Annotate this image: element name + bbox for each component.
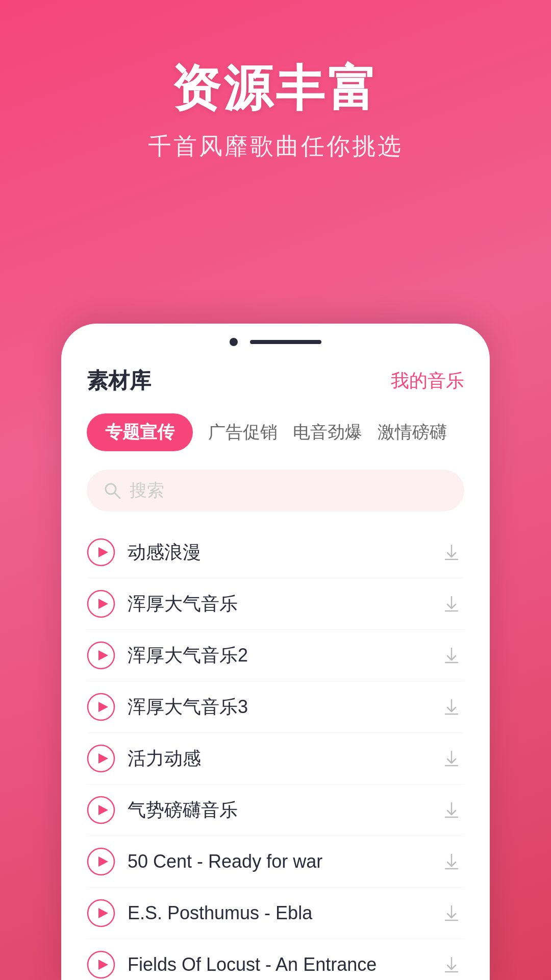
play-button[interactable] [87,950,115,979]
phone-mockup: 素材库 我的音乐 专题宣传 广告促销 电音劲爆 激情磅礴 搜索 [61,324,490,980]
svg-marker-35 [98,960,108,970]
search-icon [103,481,121,500]
app-content: 素材库 我的音乐 专题宣传 广告促销 电音劲爆 激情磅礴 搜索 [61,356,490,980]
phone-home-indicator [250,340,321,344]
list-item: 浑厚大气音乐2 [87,630,464,681]
download-button[interactable] [439,643,464,668]
svg-marker-7 [98,599,108,609]
play-button[interactable] [87,590,115,618]
search-placeholder-text: 搜索 [130,479,164,502]
song-title: 50 Cent - Ready for war [128,851,427,872]
song-title: 浑厚大气音乐2 [128,643,427,668]
song-title: 浑厚大气音乐 [128,592,427,617]
song-title: 活力动感 [128,746,427,771]
play-button[interactable] [87,538,115,567]
svg-marker-31 [98,908,108,918]
svg-marker-11 [98,650,108,660]
download-button[interactable] [439,797,464,823]
list-item: 50 Cent - Ready for war [87,836,464,888]
song-title: Fields Of Locust - An Entrance [128,954,427,975]
library-title: 素材库 [87,366,151,395]
list-item: 气势磅礴音乐 [87,785,464,836]
phone-top-bar [61,324,490,356]
phone-camera-dot [230,338,238,346]
download-button[interactable] [439,591,464,617]
search-bar[interactable]: 搜索 [87,470,464,511]
app-header: 素材库 我的音乐 [87,366,464,395]
list-item: 活力动感 [87,733,464,785]
play-button[interactable] [87,744,115,773]
hero-section: 资源丰富 千首风靡歌曲任你挑选 [0,0,551,193]
play-button[interactable] [87,899,115,927]
svg-marker-27 [98,856,108,867]
list-item: 浑厚大气音乐 [87,578,464,630]
tab-electronic[interactable]: 电音劲爆 [293,413,362,451]
song-title: 浑厚大气音乐3 [128,695,427,720]
my-music-link[interactable]: 我的音乐 [391,369,464,394]
svg-marker-15 [98,702,108,712]
list-item: 浑厚大气音乐3 [87,681,464,733]
download-button[interactable] [439,900,464,926]
hero-subtitle: 千首风靡歌曲任你挑选 [0,131,551,162]
play-button[interactable] [87,641,115,670]
list-item: E.S. Posthumus - Ebla [87,888,464,939]
tab-featured[interactable]: 专题宣传 [87,413,193,451]
download-button[interactable] [439,694,464,720]
list-item: Fields Of Locust - An Entrance [87,939,464,980]
svg-marker-23 [98,805,108,815]
download-button[interactable] [439,746,464,771]
song-title: 动感浪漫 [128,540,427,565]
song-title: 气势磅礴音乐 [128,798,427,823]
download-button[interactable] [439,849,464,874]
svg-line-1 [115,493,120,498]
play-button[interactable] [87,796,115,824]
svg-marker-3 [98,547,108,557]
play-button[interactable] [87,847,115,876]
song-title: E.S. Posthumus - Ebla [128,902,427,924]
play-button[interactable] [87,693,115,721]
svg-marker-19 [98,753,108,764]
hero-title: 资源丰富 [0,61,551,115]
tab-epic[interactable]: 激情磅礴 [378,413,447,451]
tabs-row: 专题宣传 广告促销 电音劲爆 激情磅礴 [87,413,464,451]
tab-advertising[interactable]: 广告促销 [208,413,278,451]
download-button[interactable] [439,540,464,565]
song-list: 动感浪漫 浑厚大气音乐 [87,527,464,980]
list-item: 动感浪漫 [87,527,464,578]
download-button[interactable] [439,952,464,977]
